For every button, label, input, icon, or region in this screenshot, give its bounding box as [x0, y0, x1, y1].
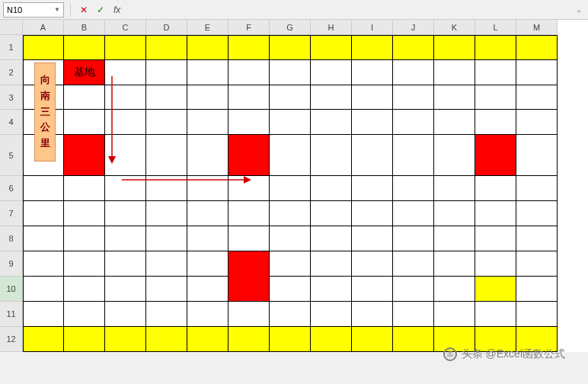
cell-L9[interactable] [475, 251, 516, 277]
cell-J1[interactable] [393, 35, 434, 60]
cell-F9[interactable] [228, 251, 270, 277]
cell-C7[interactable] [105, 201, 146, 226]
cell-F11[interactable] [228, 302, 270, 327]
cell-M9[interactable] [516, 251, 558, 277]
name-box[interactable]: N10 ▼ [3, 2, 64, 18]
cell-M11[interactable] [516, 302, 558, 327]
formula-input[interactable] [126, 2, 570, 18]
cell-G10[interactable] [270, 277, 311, 302]
cell-M6[interactable] [516, 176, 558, 201]
cell-H2[interactable] [311, 60, 352, 85]
cell-E3[interactable] [187, 85, 228, 110]
cell-L7[interactable] [475, 201, 516, 226]
cell-A11[interactable] [23, 302, 64, 327]
cell-L3[interactable] [475, 85, 516, 110]
cell-M1[interactable] [516, 35, 558, 60]
cell-L4[interactable] [475, 110, 516, 135]
cell-E2[interactable] [187, 60, 228, 85]
cell-E4[interactable] [187, 110, 228, 135]
cell-C10[interactable] [105, 277, 146, 302]
cell-B6[interactable] [64, 176, 105, 201]
cell-E5[interactable] [187, 135, 228, 176]
cell-L5[interactable] [475, 135, 516, 176]
row-header-3[interactable]: 3 [0, 85, 23, 110]
row-header-6[interactable]: 6 [0, 176, 23, 201]
cell-M7[interactable] [516, 201, 558, 226]
cell-G9[interactable] [270, 251, 311, 277]
expand-icon[interactable]: ⌄ [573, 5, 585, 14]
cell-H3[interactable] [311, 85, 352, 110]
cell-K4[interactable] [434, 110, 475, 135]
cell-L6[interactable] [475, 176, 516, 201]
cell-A9[interactable] [23, 251, 64, 277]
cell-K9[interactable] [434, 251, 475, 277]
cell-D1[interactable] [146, 35, 187, 60]
cell-I9[interactable] [352, 251, 393, 277]
col-header-M[interactable]: M [516, 20, 558, 35]
cell-D10[interactable] [146, 277, 187, 302]
cell-G4[interactable] [270, 110, 311, 135]
select-all-corner[interactable] [0, 20, 23, 35]
cell-G1[interactable] [270, 35, 311, 60]
cell-B2[interactable]: 基地 [64, 60, 105, 85]
cell-E7[interactable] [187, 201, 228, 226]
cell-M10[interactable] [516, 277, 558, 302]
cell-M2[interactable] [516, 60, 558, 85]
cell-L10[interactable] [475, 277, 516, 302]
cell-K7[interactable] [434, 201, 475, 226]
col-header-L[interactable]: L [475, 20, 516, 35]
cell-D12[interactable] [146, 327, 187, 352]
cell-A8[interactable] [23, 226, 64, 251]
cell-D8[interactable] [146, 226, 187, 251]
cell-B12[interactable] [64, 327, 105, 352]
cell-B9[interactable] [64, 251, 105, 277]
cell-G8[interactable] [270, 226, 311, 251]
cell-J4[interactable] [393, 110, 434, 135]
row-header-1[interactable]: 1 [0, 35, 23, 60]
cell-L11[interactable] [475, 302, 516, 327]
cell-J8[interactable] [393, 226, 434, 251]
row-header-5[interactable]: 5 [0, 135, 23, 176]
cell-B11[interactable] [64, 302, 105, 327]
cell-K3[interactable] [434, 85, 475, 110]
col-header-K[interactable]: K [434, 20, 475, 35]
cell-G3[interactable] [270, 85, 311, 110]
cell-D4[interactable] [146, 110, 187, 135]
row-header-2[interactable]: 2 [0, 60, 23, 85]
cell-C8[interactable] [105, 226, 146, 251]
cell-K6[interactable] [434, 176, 475, 201]
cell-E10[interactable] [187, 277, 228, 302]
cell-K11[interactable] [434, 302, 475, 327]
cell-J5[interactable] [393, 135, 434, 176]
cell-G6[interactable] [270, 176, 311, 201]
cell-A10[interactable] [23, 277, 64, 302]
cell-A7[interactable] [23, 201, 64, 226]
cell-J11[interactable] [393, 302, 434, 327]
cell-B10[interactable] [64, 277, 105, 302]
col-header-C[interactable]: C [105, 20, 146, 35]
cell-E12[interactable] [187, 327, 228, 352]
cell-I12[interactable] [352, 327, 393, 352]
row-header-7[interactable]: 7 [0, 201, 23, 226]
cell-B8[interactable] [64, 226, 105, 251]
cell-I10[interactable] [352, 277, 393, 302]
row-header-11[interactable]: 11 [0, 302, 23, 327]
cell-J7[interactable] [393, 201, 434, 226]
cell-D7[interactable] [146, 201, 187, 226]
cell-F12[interactable] [228, 327, 270, 352]
cell-J10[interactable] [393, 277, 434, 302]
cancel-icon[interactable]: ✕ [77, 3, 91, 17]
cell-L2[interactable] [475, 60, 516, 85]
col-header-B[interactable]: B [64, 20, 105, 35]
cell-I8[interactable] [352, 226, 393, 251]
cell-J2[interactable] [393, 60, 434, 85]
cell-H5[interactable] [311, 135, 352, 176]
fx-icon[interactable]: fx [113, 5, 120, 15]
cell-F8[interactable] [228, 226, 270, 251]
cell-H7[interactable] [311, 201, 352, 226]
cell-H8[interactable] [311, 226, 352, 251]
row-header-8[interactable]: 8 [0, 226, 23, 251]
cell-J12[interactable] [393, 327, 434, 352]
cell-B4[interactable] [64, 110, 105, 135]
cell-A6[interactable] [23, 176, 64, 201]
